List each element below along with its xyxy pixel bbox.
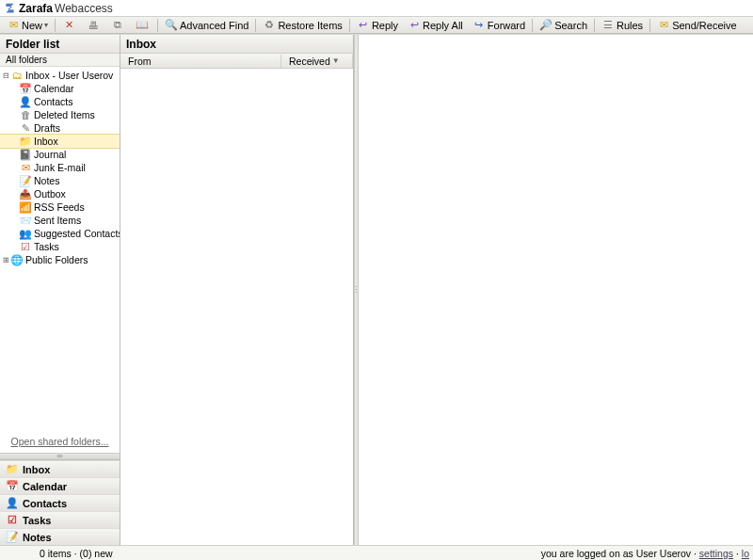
tree-item-calendar[interactable]: 📅Calendar [0, 82, 120, 95]
rules-icon: ☰ [601, 19, 615, 32]
delete-button[interactable]: ✕ [57, 18, 82, 33]
nav-contacts[interactable]: 👤Contacts [0, 494, 120, 511]
advanced-find-button[interactable]: 🔍Advanced Find [160, 18, 253, 33]
mailbox-icon: 🗂 [10, 70, 24, 82]
tree-public-folders[interactable]: ⊞ 🌐 Public Folders [0, 253, 120, 266]
column-from[interactable]: From [120, 55, 281, 68]
settings-link[interactable]: settings [699, 548, 733, 559]
tree-item-tasks[interactable]: ☑Tasks [0, 240, 120, 253]
copy-icon: ⧉ [111, 19, 124, 32]
separator [594, 19, 595, 32]
tree-item-inbox[interactable]: 📁Inbox [0, 135, 120, 148]
reply-icon: ↩ [357, 19, 370, 32]
sidebar: Folder list All folders ⊟ 🗂 Inbox - User… [0, 35, 120, 545]
app-header: Zarafa Webaccess [0, 0, 753, 17]
tree-item-rss[interactable]: 📶RSS Feeds [0, 200, 120, 214]
calendar-icon: 📅 [6, 480, 19, 492]
address-book-button[interactable]: 📖 [131, 18, 155, 33]
public-folder-icon: 🌐 [10, 254, 24, 266]
status-item-count: 0 items · (0) new [40, 548, 113, 559]
new-mail-icon: ✉ [7, 19, 20, 32]
tasks-icon: ☑ [19, 241, 32, 253]
tasks-icon: ☑ [6, 514, 19, 526]
drafts-icon: ✎ [19, 122, 32, 135]
trash-icon: 🗑 [19, 109, 32, 121]
folder-icon: 📁 [6, 463, 19, 475]
print-button[interactable]: 🖶 [82, 18, 106, 33]
preview-pane [359, 35, 753, 545]
new-button[interactable]: ✉ New ▾ [2, 18, 53, 33]
nav-notes[interactable]: 📝Notes [0, 528, 120, 545]
separator [157, 19, 158, 32]
notes-icon: 📝 [6, 531, 19, 543]
main-area: Folder list All folders ⊟ 🗂 Inbox - User… [0, 34, 753, 545]
tree-item-contacts[interactable]: 👤Contacts [0, 95, 120, 108]
send-receive-icon: ✉ [657, 19, 670, 32]
delete-icon: ✕ [62, 19, 75, 32]
status-right: you are logged on as User Userov · setti… [541, 548, 749, 559]
notes-icon: 📝 [19, 175, 32, 187]
separator [255, 19, 256, 32]
dropdown-icon: ▾ [44, 21, 48, 29]
junk-icon: ✉ [19, 162, 32, 174]
contacts-icon: 👤 [19, 96, 32, 108]
logout-link[interactable]: lo [742, 548, 749, 559]
open-shared-folders-link[interactable]: Open shared folders... [11, 436, 109, 447]
search-button[interactable]: 🔎Search [535, 18, 592, 33]
separator [55, 19, 56, 32]
tree-item-drafts[interactable]: ✎Drafts [0, 121, 120, 135]
contacts-icon: 👤 [6, 497, 19, 509]
tree-item-suggested[interactable]: 👥Suggested Contacts [0, 227, 120, 240]
open-shared-link-row: Open shared folders... [0, 432, 120, 453]
main-toolbar: ✉ New ▾ ✕ 🖶 ⧉ 📖 🔍Advanced Find ♻Restore … [0, 17, 753, 34]
separator [649, 19, 650, 32]
list-title: Inbox [120, 35, 353, 54]
rss-icon: 📶 [19, 201, 32, 214]
nav-calendar[interactable]: 📅Calendar [0, 477, 120, 494]
collapse-icon[interactable]: ⊟ [2, 72, 10, 80]
rules-button[interactable]: ☰Rules [597, 18, 648, 33]
message-list[interactable] [120, 69, 353, 545]
contacts-icon: 👥 [19, 228, 32, 240]
book-icon: 📖 [136, 19, 149, 32]
separator [349, 19, 350, 32]
journal-icon: 📓 [19, 149, 32, 161]
app-brand-sub: Webaccess [55, 2, 113, 15]
expand-icon[interactable]: ⊞ [2, 256, 10, 264]
sent-icon: 📨 [19, 215, 32, 227]
send-receive-button[interactable]: ✉Send/Receive [652, 18, 742, 33]
copy-button[interactable]: ⧉ [106, 18, 131, 33]
column-received[interactable]: Received▼ [281, 55, 353, 68]
nav-tasks[interactable]: ☑Tasks [0, 511, 120, 528]
tree-item-outbox[interactable]: 📤Outbox [0, 187, 120, 200]
forward-icon: ↪ [473, 19, 486, 32]
folder-list-subtitle: All folders [0, 54, 120, 67]
nav-grip[interactable]: ═ [0, 453, 120, 459]
tree-item-sent[interactable]: 📨Sent Items [0, 214, 120, 227]
search-icon: 🔎 [539, 19, 553, 32]
app-brand: Zarafa [19, 2, 53, 15]
zarafa-logo-icon [4, 2, 16, 14]
restore-icon: ♻ [263, 19, 276, 32]
tree-root-inbox[interactable]: ⊟ 🗂 Inbox - User Userov [0, 69, 120, 82]
search-icon: 🔍 [165, 19, 178, 32]
reply-all-button[interactable]: ↩Reply All [403, 18, 468, 33]
reply-all-icon: ↩ [408, 19, 421, 32]
nav-inbox[interactable]: 📁Inbox [0, 460, 120, 477]
print-icon: 🖶 [87, 19, 100, 32]
status-bar: 0 items · (0) new you are logged on as U… [0, 545, 753, 560]
tree-item-deleted[interactable]: 🗑Deleted Items [0, 108, 120, 121]
tree-item-journal[interactable]: 📓Journal [0, 148, 120, 161]
folder-tree: ⊟ 🗂 Inbox - User Userov 📅Calendar 👤Conta… [0, 67, 120, 432]
sort-desc-icon: ▼ [332, 56, 340, 65]
column-headers: From Received▼ [120, 54, 353, 69]
folder-icon: 📁 [19, 136, 32, 148]
tree-item-notes[interactable]: 📝Notes [0, 174, 120, 187]
reply-button[interactable]: ↩Reply [352, 18, 403, 33]
folder-list-title: Folder list [0, 35, 120, 54]
status-user: User Userov [636, 548, 691, 559]
tree-item-junk[interactable]: ✉Junk E-mail [0, 161, 120, 174]
forward-button[interactable]: ↪Forward [468, 18, 530, 33]
restore-items-button[interactable]: ♻Restore Items [258, 18, 346, 33]
separator [532, 19, 533, 32]
